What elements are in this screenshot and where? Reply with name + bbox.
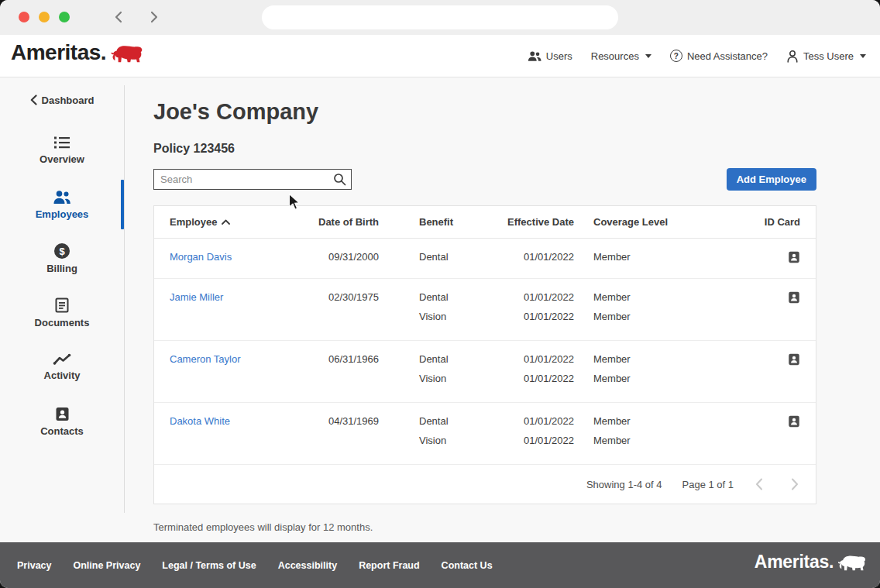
user-menu[interactable]: Tess Usere [786,50,866,63]
trend-line-icon [53,353,71,366]
sidebar-item-label: Overview [40,153,84,165]
dollar-circle-icon: $ [54,243,70,259]
sidebar-item-label: Contacts [40,425,84,437]
add-employee-button[interactable]: Add Employee [727,168,816,191]
close-window-button[interactable] [19,12,29,22]
users-icon [528,50,541,62]
minimize-window-button[interactable] [39,12,50,22]
table-controls: Add Employee [153,168,816,191]
chevron-right-icon [789,477,800,491]
coverage-level-cell: MemberMember [574,353,751,385]
back-to-dashboard-label: Dashboard [42,95,95,106]
chevron-down-icon [645,54,651,58]
employee-link[interactable]: Cameron Taylor [170,353,241,365]
id-card-icon[interactable] [788,353,800,366]
pagination-bar: Showing 1-4 of 4 Page 1 of 1 [154,465,816,504]
dob-cell: 04/31/1969 [309,415,379,427]
column-header-benefit[interactable]: Benefit [379,216,493,228]
question-circle-icon: ? [670,50,682,62]
sidebar-item-activity[interactable]: Activity [0,340,124,394]
coverage-level-cell: MemberMember [574,415,751,447]
chevron-left-icon [30,95,37,105]
window-controls [19,12,70,22]
employees-table: Employee Date of Birth Benefit Effective… [153,205,816,504]
users-nav-label: Users [546,50,572,62]
effective-date-cell: 01/01/202201/01/2022 [493,291,574,323]
people-icon [53,190,71,205]
footer-link-accessibility[interactable]: Accessibility [278,560,337,571]
document-icon [55,297,69,313]
employee-link[interactable]: Morgan Davis [170,251,232,263]
sidebar-item-label: Documents [35,317,90,328]
table-header-row: Employee Date of Birth Benefit Effective… [154,206,816,239]
person-icon [786,50,799,63]
sort-ascending-icon [222,219,230,225]
sidebar-item-employees[interactable]: Employees [0,177,124,232]
page-title: Joe's Company [153,98,880,125]
benefit-cell: DentalVision [379,353,493,385]
employee-link[interactable]: Dakota White [170,415,230,427]
bison-icon [837,552,868,579]
footer-link-report-fraud[interactable]: Report Fraud [359,560,419,571]
dob-cell: 09/31/2000 [309,251,379,263]
footer-brand-wordmark: Ameritas. [755,552,834,573]
column-header-coverage-level[interactable]: Coverage Level [574,216,751,228]
sidebar-item-documents[interactable]: Documents [0,286,124,340]
previous-page-button[interactable] [754,477,765,491]
showing-count: Showing 1-4 of 4 [586,479,662,490]
sidebar: Dashboard Overview Employees $ Billing D… [0,77,124,542]
coverage-level-cell: Member [574,251,751,263]
search-icon[interactable] [333,173,346,189]
user-menu-label: Tess Usere [803,50,854,62]
column-header-effective-date[interactable]: Effective Date [493,216,574,228]
column-header-id-card[interactable]: ID Card [751,216,800,228]
back-to-dashboard-link[interactable]: Dashboard [0,92,124,108]
table-row: Jamie Miller 02/30/1975 DentalVision 01/… [154,279,816,341]
sidebar-item-label: Activity [44,370,81,381]
need-assistance-nav-item[interactable]: ? Need Assistance? [670,50,768,62]
benefit-cell: DentalVision [379,415,493,447]
list-icon [53,136,70,150]
need-assistance-label: Need Assistance? [687,50,768,62]
sidebar-item-label: Billing [46,263,77,274]
sidebar-item-contacts[interactable]: Contacts [0,394,124,449]
policy-number: Policy 123456 [153,142,880,156]
page-indicator: Page 1 of 1 [682,479,734,490]
zoom-window-button[interactable] [59,12,70,22]
back-arrow-icon[interactable] [112,10,125,27]
footer-link-contact-us[interactable]: Contact Us [442,560,493,571]
next-page-button[interactable] [789,477,800,491]
resources-nav-item[interactable]: Resources [591,50,651,62]
id-card-icon[interactable] [788,291,800,304]
browser-chrome [0,0,880,35]
search-input[interactable] [153,169,352,190]
effective-date-cell: 01/01/2022 [493,251,574,263]
sidebar-item-billing[interactable]: $ Billing [0,232,124,286]
employee-link[interactable]: Jamie Miller [170,291,223,303]
dob-cell: 02/30/1975 [309,291,379,303]
sidebar-item-overview[interactable]: Overview [0,123,124,177]
browser-window: Ameritas. Users Resources ? Need Assista… [0,0,880,588]
address-bar[interactable] [262,5,618,29]
benefit-cell: DentalVision [379,291,493,323]
coverage-level-cell: MemberMember [574,291,751,323]
sidebar-item-label: Employees [36,208,89,220]
footer-link-legal[interactable]: Legal / Terms of Use [162,560,256,571]
contact-badge-icon [55,407,70,421]
page-footer: Privacy Online Privacy Legal / Terms of … [0,542,880,588]
effective-date-cell: 01/01/202201/01/2022 [493,353,574,385]
forward-arrow-icon[interactable] [148,10,160,27]
resources-nav-label: Resources [591,50,639,62]
id-card-icon[interactable] [788,415,800,428]
footer-link-privacy[interactable]: Privacy [17,560,51,571]
column-header-dob[interactable]: Date of Birth [309,216,379,228]
column-header-employee[interactable]: Employee [170,216,309,228]
bison-icon [109,42,145,71]
id-card-icon[interactable] [788,251,800,263]
dob-cell: 06/31/1966 [309,353,379,365]
ameritas-logo[interactable]: Ameritas. [0,40,145,71]
users-nav-item[interactable]: Users [528,50,572,62]
footer-link-online-privacy[interactable]: Online Privacy [73,560,140,571]
sidebar-divider [124,85,125,513]
table-row: Cameron Taylor 06/31/1966 DentalVision 0… [154,341,816,403]
